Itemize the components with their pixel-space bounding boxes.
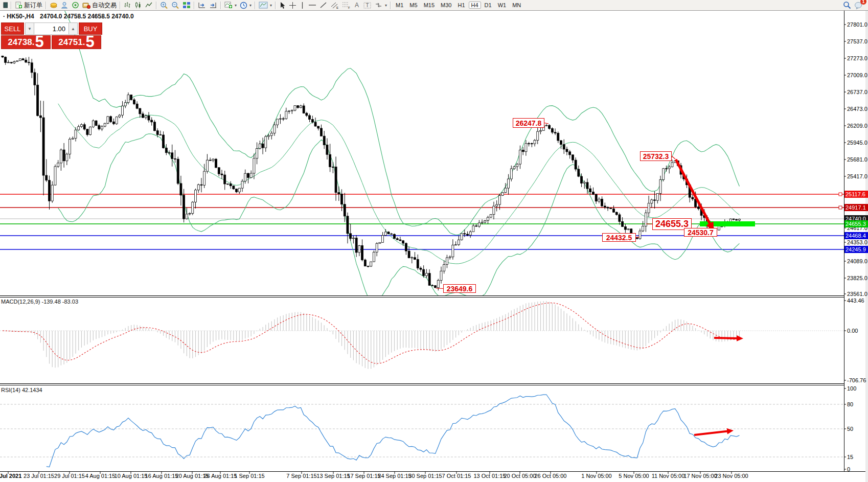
bar-chart-icon: [124, 2, 131, 9]
periods-button[interactable]: ▾: [238, 1, 253, 10]
price-axis-label: 27801.0: [847, 21, 867, 28]
new-order-button[interactable]: 新订单: [13, 1, 44, 10]
svg-text:F: F: [348, 6, 350, 9]
chart-shift-button[interactable]: [208, 1, 219, 10]
zoom-out-button[interactable]: [170, 1, 181, 10]
timeframe-button-d1[interactable]: D1: [482, 2, 494, 9]
bollinger-middle: [58, 104, 740, 264]
price-annotation-24432.5[interactable]: 24432.5: [602, 233, 636, 242]
text-tool-button[interactable]: A: [352, 1, 362, 10]
price-annotation-23649.6[interactable]: 23649.6: [443, 284, 476, 293]
time-axis-label: 13 Sep 01:15: [316, 473, 350, 479]
bollinger-lower: [58, 134, 740, 303]
timeframe-button-h4[interactable]: H4: [469, 2, 481, 9]
sell-button[interactable]: SELL: [1, 22, 24, 35]
indicators-button[interactable]: ▾: [223, 1, 238, 10]
price-badge-24655.3: 24655.3: [844, 220, 868, 227]
rsi-axis-label: 80: [847, 401, 853, 407]
time-axis-label: 17 Sep 01:15: [347, 473, 380, 479]
arrows-tool-button[interactable]: ▾: [373, 1, 389, 10]
annotation-leader: [646, 224, 652, 224]
price-annotation-26247.8[interactable]: 26247.8: [513, 118, 544, 128]
price-badge-24468.4: 24468.4: [844, 232, 868, 239]
chat-button[interactable]: 1: [853, 1, 864, 10]
timeframe-button-m5[interactable]: M5: [407, 2, 420, 9]
candlestick-chart-button[interactable]: [133, 1, 144, 10]
time-axis-label: 17 Nov 05:00: [683, 473, 717, 479]
price-annotation-24530.7[interactable]: 24530.7: [684, 228, 717, 237]
search-button[interactable]: [841, 1, 853, 10]
time-axis-label: 5 Nov 05:00: [619, 473, 649, 479]
deposit-button[interactable]: [48, 1, 59, 10]
time-axis-label: 13 Oct 01:15: [474, 473, 506, 479]
time-axis-label: 29 Jul 01:15: [54, 473, 85, 479]
hline-anchor-25117.6[interactable]: [839, 193, 842, 196]
tile-windows-icon: [182, 2, 191, 9]
price-annotation-25732.3[interactable]: 25732.3: [640, 151, 672, 161]
zoom-out-icon: [171, 2, 179, 9]
timeframe-button-w1[interactable]: W1: [495, 2, 509, 9]
timeframe-button-mn[interactable]: MN: [510, 2, 523, 9]
crosshair-icon: [289, 2, 296, 9]
sell-price-dot: .: [32, 36, 35, 49]
horizontal-line-tool-button[interactable]: [307, 1, 318, 10]
toolbar-separator: [220, 2, 221, 9]
chart-window-icon[interactable]: [1, 1, 9, 10]
volume-input[interactable]: [34, 22, 68, 35]
news-signal-button[interactable]: [70, 1, 81, 10]
indicators-dropdown-caret: ▾: [235, 3, 237, 8]
line-chart-button[interactable]: [144, 1, 154, 10]
buy-price[interactable]: 24751 . 5: [52, 35, 101, 49]
cursor-icon: [279, 2, 286, 9]
vertical-line-tool-button[interactable]: [298, 1, 307, 10]
volume-decrease-button[interactable]: ▼: [25, 22, 34, 35]
templates-button[interactable]: ▾: [257, 1, 273, 10]
bar-chart-button[interactable]: [122, 1, 133, 10]
time-axis-label: 1 Nov 05:00: [581, 473, 611, 479]
signal-icon: [72, 2, 79, 9]
time-axis-label: 20 Oct 05:00: [504, 473, 536, 479]
buy-price-pips: 5: [85, 35, 94, 49]
chart-canvas[interactable]: [0, 0, 868, 482]
equidistant-channel-tool-button[interactable]: E: [329, 1, 340, 10]
fibonacci-icon: F: [342, 2, 351, 9]
rsi-line: [47, 395, 740, 467]
template-icon: [259, 2, 268, 9]
hline-anchor-24917.1[interactable]: [839, 206, 842, 209]
tile-windows-button[interactable]: [181, 1, 192, 10]
new-order-icon: [15, 2, 22, 9]
time-axis-label: 4 Aug 01:15: [85, 473, 116, 479]
crosshair-tool-button[interactable]: [287, 1, 298, 10]
fibonacci-tool-button[interactable]: F: [340, 1, 352, 10]
macd-arrow[interactable]: [714, 338, 740, 338]
timeframe-button-m1[interactable]: M1: [393, 2, 406, 9]
price-axis-label: 25417.0: [847, 173, 867, 179]
toolbar-separator: [255, 2, 256, 9]
svg-text:A: A: [355, 2, 359, 9]
sell-price[interactable]: 24738 . 5: [1, 35, 51, 49]
toolbar-separator: [45, 2, 47, 9]
price-badge-25117.6: 25117.6: [844, 191, 868, 198]
price-axis-label: 27009.0: [847, 72, 867, 78]
timeframe-button-m30[interactable]: M30: [438, 2, 454, 9]
support-button[interactable]: [59, 1, 70, 10]
auto-trading-button[interactable]: 自动交易: [81, 1, 118, 10]
volume-increase-button[interactable]: ▲: [68, 22, 78, 35]
main-trend-arrow[interactable]: [676, 159, 712, 227]
chart-title: · HK50-,H4 24704.0 24758.5 24658.5 24740…: [3, 13, 134, 20]
buy-price-main: 24751: [58, 36, 82, 49]
timeframe-button-h1[interactable]: H1: [455, 2, 467, 9]
trendline-tool-button[interactable]: [318, 1, 329, 10]
cursor-tool-button[interactable]: [278, 1, 287, 10]
rsi-arrow[interactable]: [694, 431, 730, 435]
vertical-line-icon: [300, 2, 305, 9]
auto-scroll-button[interactable]: [196, 1, 208, 10]
text-label-icon: T: [363, 2, 372, 9]
timeframe-button-m15[interactable]: M15: [421, 2, 437, 9]
buy-button[interactable]: BUY: [79, 22, 102, 35]
text-label-tool-button[interactable]: T: [362, 1, 373, 10]
price-axis-label: 26473.0: [847, 106, 867, 112]
auto-trading-label: 自动交易: [92, 1, 117, 10]
price-axis-label: 24353.0: [847, 239, 867, 245]
zoom-in-button[interactable]: [158, 1, 170, 10]
